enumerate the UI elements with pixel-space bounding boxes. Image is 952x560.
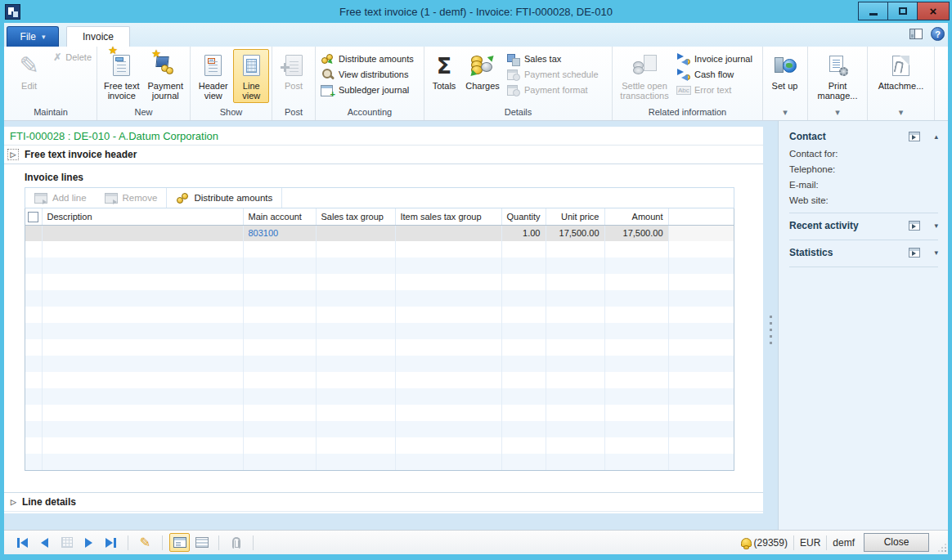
grid-cell[interactable]: [546, 307, 604, 323]
grid-cell[interactable]: [668, 323, 734, 339]
grid-cell[interactable]: [546, 372, 604, 388]
grid-cell[interactable]: [546, 454, 604, 470]
grid-view-button[interactable]: [191, 533, 212, 552]
empty-grid-row[interactable]: [25, 290, 734, 307]
main-account-link[interactable]: 803100: [243, 225, 316, 241]
empty-grid-row[interactable]: [25, 421, 734, 437]
grid-cell[interactable]: [395, 241, 501, 258]
grid-cell[interactable]: [395, 307, 501, 323]
invoice-journal-button[interactable]: Invoice journal: [674, 51, 755, 66]
close-button[interactable]: Close: [864, 533, 929, 552]
empty-grid-row[interactable]: [25, 388, 734, 405]
next-record-button[interactable]: [78, 534, 100, 552]
grid-cell[interactable]: [316, 290, 395, 307]
attachments-dropdown-icon[interactable]: ▾: [868, 106, 934, 120]
grid-cell[interactable]: [243, 405, 316, 421]
grid-cell[interactable]: [501, 339, 546, 356]
help-button[interactable]: ?: [931, 27, 945, 41]
attachments-status-button[interactable]: [225, 534, 247, 552]
column-header-main-account[interactable]: Main account: [243, 208, 316, 225]
setup-dropdown-icon[interactable]: ▾: [763, 106, 807, 120]
grid-cell[interactable]: [668, 339, 734, 356]
grid-cell[interactable]: [546, 388, 604, 405]
grid-cell[interactable]: [243, 258, 316, 274]
grid-cell[interactable]: [42, 356, 243, 372]
grid-cell[interactable]: [42, 437, 243, 454]
details-view-button[interactable]: [169, 533, 190, 552]
minimize-button[interactable]: [858, 2, 888, 20]
grid-cell[interactable]: [243, 241, 316, 258]
first-record-button[interactable]: [11, 534, 34, 552]
grid-cell[interactable]: [604, 323, 668, 339]
grid-cell[interactable]: [546, 290, 604, 307]
last-record-button[interactable]: [100, 534, 122, 552]
line-details-toggle[interactable]: ▷ Line details: [4, 492, 763, 512]
grid-cell[interactable]: [316, 307, 395, 323]
distribute-amounts-toolbar-button[interactable]: Distribute amounts: [167, 188, 281, 208]
company-indicator[interactable]: demf: [833, 537, 855, 549]
grid-cell[interactable]: [604, 356, 668, 372]
grid-cell[interactable]: [42, 290, 243, 307]
grid-cell[interactable]: [395, 437, 501, 454]
grid-cell[interactable]: [501, 307, 546, 323]
empty-grid-row[interactable]: [25, 437, 734, 454]
grid-view-nav-button[interactable]: [56, 534, 78, 552]
grid-cell[interactable]: [243, 437, 316, 454]
grid-cell[interactable]: [501, 274, 546, 290]
grid-cell[interactable]: [546, 241, 604, 258]
grid-cell[interactable]: [604, 454, 668, 470]
grid-cell[interactable]: [668, 421, 734, 437]
cell-item-sales-tax-group[interactable]: [395, 225, 501, 241]
attachments-button[interactable]: Attachme...: [872, 49, 931, 103]
remove-line-button[interactable]: Remove: [96, 188, 167, 208]
grid-cell[interactable]: [243, 323, 316, 339]
grid-cell[interactable]: [243, 290, 316, 307]
settle-open-transactions-button[interactable]: Settle open transactions: [615, 49, 674, 103]
grid-cell[interactable]: [395, 356, 501, 372]
grid-cell[interactable]: [395, 290, 501, 307]
column-header-quantity[interactable]: Quantity: [501, 208, 546, 225]
chevron-down-icon[interactable]: ▾: [920, 249, 938, 257]
grid-cell[interactable]: [316, 356, 395, 372]
grid-cell[interactable]: [395, 388, 501, 405]
grid-cell[interactable]: [501, 290, 546, 307]
grid-cell[interactable]: [316, 323, 395, 339]
grid-cell[interactable]: [316, 274, 395, 290]
cash-flow-button[interactable]: Cash flow: [674, 66, 755, 82]
grid-cell[interactable]: [25, 388, 42, 405]
grid-cell[interactable]: [546, 356, 604, 372]
grid-cell[interactable]: [243, 307, 316, 323]
cell-description[interactable]: [42, 225, 243, 241]
grid-cell[interactable]: [395, 323, 501, 339]
grid-cell[interactable]: [501, 421, 546, 437]
grid-cell[interactable]: [316, 437, 395, 454]
grid-cell[interactable]: [42, 241, 243, 258]
grid-cell[interactable]: [25, 274, 42, 290]
close-window-button[interactable]: ×: [917, 2, 950, 20]
grid-cell[interactable]: [42, 307, 243, 323]
line-view-button[interactable]: Line view: [233, 49, 269, 103]
grid-cell[interactable]: [395, 372, 501, 388]
tab-invoice[interactable]: Invoice: [66, 26, 130, 47]
chevron-down-icon[interactable]: ▾: [920, 222, 938, 230]
grid-cell[interactable]: [604, 405, 668, 421]
subledger-journal-button[interactable]: Subledger journal: [318, 82, 416, 97]
grid-cell[interactable]: [42, 388, 243, 405]
empty-grid-row[interactable]: [25, 241, 734, 258]
empty-grid-row[interactable]: [25, 258, 734, 274]
grid-cell[interactable]: [395, 454, 501, 470]
header-section-toggle[interactable]: ▷ Free text invoice header: [4, 146, 763, 164]
grid-cell[interactable]: [316, 339, 395, 356]
grid-cell[interactable]: [668, 241, 734, 258]
header-view-button[interactable]: Header view: [193, 49, 233, 103]
grid-cell[interactable]: [25, 421, 42, 437]
grid-cell[interactable]: [25, 241, 42, 258]
grid-cell[interactable]: [25, 307, 42, 323]
grid-cell[interactable]: [25, 356, 42, 372]
charges-button[interactable]: Charges: [461, 49, 504, 103]
grid-cell[interactable]: [501, 372, 546, 388]
free-text-invoice-button[interactable]: ★ Free text invoice: [100, 49, 144, 103]
grid-cell[interactable]: [501, 437, 546, 454]
empty-grid-row[interactable]: [25, 405, 734, 421]
cell-sales-tax-group[interactable]: [316, 225, 395, 241]
